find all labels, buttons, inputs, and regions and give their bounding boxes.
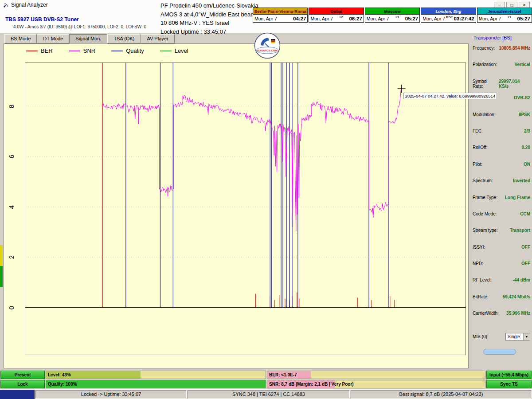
transponder-value: 29997,014 KS/s bbox=[499, 79, 530, 95]
chart-legend: BERSNRQualityLevel bbox=[26, 47, 188, 54]
transponder-label: Spectrum: bbox=[473, 178, 493, 195]
quality-bar-fill bbox=[46, 380, 266, 388]
clock-time: 04:27 bbox=[293, 16, 306, 21]
mis-label: MIS (0): bbox=[473, 334, 489, 339]
transponder-value: 59,424 Mbit/s bbox=[503, 294, 530, 311]
y-axis-label-8: 8 bbox=[8, 102, 17, 111]
transponder-label: FEC: bbox=[473, 129, 483, 145]
clock-datetime: Mon, Apr 7+105:27 bbox=[477, 15, 532, 22]
transponder-value: 35,996 MHz bbox=[506, 311, 530, 327]
panel-scrollbar-thumb[interactable] bbox=[483, 349, 516, 355]
clock-date: Mon, Apr 7 bbox=[310, 16, 333, 21]
legend-label: Quality bbox=[126, 47, 144, 54]
transponder-label: Frequency: bbox=[473, 46, 495, 62]
status-row-present: Present Level: 43% BER: <1.0E-7 Input (~… bbox=[0, 371, 532, 379]
ber-bar: BER: <1.0E-7 bbox=[267, 371, 485, 379]
chevron-down-icon[interactable]: ▼ bbox=[523, 333, 530, 340]
y-axis-label-4: 4 bbox=[8, 202, 17, 212]
lock-indicator: Lock bbox=[0, 380, 45, 388]
transponder-value: 0.20 bbox=[522, 145, 530, 161]
clock-city-label: Moscow bbox=[365, 8, 419, 15]
legend-item-snr: SNR bbox=[69, 47, 95, 54]
input-bitrate-indicator: Input (~55,4 Mbps) bbox=[486, 371, 532, 379]
cursor-tooltip: 2025-04-07 04.27.42, value: 8,6999998092… bbox=[403, 93, 497, 99]
transponder-row-modulation: Modulation:8PSK bbox=[473, 112, 530, 129]
statusbar: Locked -> Uptime: 33:45:07 SYNC 348 | TE… bbox=[0, 389, 532, 399]
clock-london-eng: London, EngMon, Apr 7DST03:27:42 bbox=[421, 8, 476, 23]
transponder-value: Vertical bbox=[514, 62, 530, 78]
legend-swatch-ber bbox=[26, 51, 38, 51]
transponder-row-pilot: Pilot:ON bbox=[473, 162, 530, 178]
clock-datetime: Mon, Apr 7+206:27 bbox=[309, 15, 363, 22]
legend-item-quality: Quality bbox=[111, 47, 144, 54]
transponder-row-rf-level: RF Level:-44 dBm bbox=[473, 278, 530, 294]
clock-datetime: Mon, Apr 704:27 bbox=[253, 15, 307, 22]
mis-select[interactable]: Single ▼ bbox=[505, 333, 530, 340]
tab-dt-mode[interactable]: DT Mode bbox=[37, 34, 69, 43]
present-indicator: Present bbox=[0, 371, 45, 379]
plot-gridlines bbox=[25, 106, 466, 308]
tab-bs-mode[interactable]: BS Mode bbox=[4, 34, 37, 43]
statusbar-best-signal: Best signal: 8,7 dB (2025-04-07 04:23) bbox=[351, 390, 532, 399]
clock-utc-offset: DST bbox=[445, 15, 454, 19]
transponder-label: NPD: bbox=[473, 261, 483, 278]
series-ber bbox=[102, 63, 395, 308]
transponder-panel: Transponder [BS] Frequency:10805,894 MHz… bbox=[470, 33, 532, 399]
header-line-uptime: Locked Uptime : 33:45:07 bbox=[160, 27, 258, 36]
legend-item-level: Level bbox=[160, 47, 188, 54]
sync-ts-indicator: Sync TS bbox=[486, 380, 532, 388]
transponder-label: CarrierWidth: bbox=[473, 311, 499, 327]
clock-city-label: Berlin-Paris-Vienna-Roma bbox=[253, 8, 307, 15]
signal-chart-panel: BERSNRQualityLevel 2025-04-07 04.27.42, … bbox=[4, 43, 469, 368]
clock-berlin-paris-vienna-roma: Berlin-Paris-Vienna-RomaMon, Apr 704:27 bbox=[253, 8, 308, 23]
transponder-row-rolloff: RollOff:0.20 bbox=[473, 145, 530, 161]
header-line-frequency: 10 806 MHz-V : YES Israel bbox=[160, 19, 258, 27]
tab-signal-mon[interactable]: Signal Mon. bbox=[69, 34, 107, 43]
clock-date: Mon, Apr 7 bbox=[254, 16, 277, 21]
transponder-rows: Frequency:10805,894 MHzPolarization:Vert… bbox=[473, 46, 530, 328]
y-axis-label-0: 0 bbox=[8, 303, 17, 313]
level-bar-text: Level: 43% bbox=[48, 371, 71, 379]
transponder-label: Modulation: bbox=[473, 112, 496, 129]
transponder-label: Pilot: bbox=[473, 162, 482, 178]
cursor-cross-icon bbox=[398, 85, 406, 93]
dxsatcs-logo: DXSATCS.COM bbox=[254, 32, 281, 59]
clock-city-label: Jerusalem-Israel bbox=[477, 8, 532, 15]
clock-date: Mon, Apr 7 bbox=[422, 16, 445, 21]
tuner-name: TBS 5927 USB DVB-S2 Tuner bbox=[5, 16, 79, 23]
snr-bar: SNR: 8,7 dB (Margin: 2,1 dB | Very Poor) bbox=[267, 380, 485, 388]
transponder-value: Inverted bbox=[513, 178, 530, 195]
clock-utc-offset: +1 bbox=[389, 15, 405, 19]
transponder-value: Transport bbox=[510, 228, 530, 244]
clock-date: Mon, Apr 7 bbox=[367, 16, 389, 21]
clock-time: 03:27:42 bbox=[454, 16, 474, 21]
plot-border bbox=[25, 63, 466, 355]
status-row-lock: Lock Quality: 100% SNR: 8,7 dB (Margin: … bbox=[0, 380, 532, 388]
transponder-value: -44 dBm bbox=[513, 278, 530, 294]
clock-dubai: DubaiMon, Apr 7+206:27 bbox=[309, 8, 364, 23]
transponder-label: RF Level: bbox=[473, 278, 492, 294]
transponder-row-code-mode: Code Mode:CCM bbox=[473, 211, 530, 228]
transponder-value: OFF bbox=[521, 261, 530, 278]
clock-city-label: London, Eng bbox=[421, 8, 475, 15]
tab-tsa-ok[interactable]: TSA (OK) bbox=[107, 34, 141, 43]
transponder-row-frequency: Frequency:10805,894 MHz bbox=[473, 46, 530, 62]
quality-bar-text: Quality: 100% bbox=[48, 380, 77, 388]
signal-plot[interactable] bbox=[25, 63, 466, 355]
transponder-row-carrierwidth: CarrierWidth:35,996 MHz bbox=[473, 311, 530, 327]
quality-bar: Quality: 100% bbox=[46, 380, 266, 388]
mis-row: MIS (0): Single ▼ bbox=[473, 333, 530, 340]
clock-jerusalem-israel: Jerusalem-IsraelMon, Apr 7+105:27 bbox=[477, 8, 532, 23]
legend-label: BER bbox=[41, 47, 53, 54]
legend-swatch-level bbox=[160, 51, 172, 51]
snr-bar-text: SNR: 8,7 dB (Margin: 2,1 dB | Very Poor) bbox=[269, 380, 354, 388]
transponder-row-bitrate: BitRate:59,424 Mbit/s bbox=[473, 294, 530, 311]
mis-selected-value: Single bbox=[508, 334, 520, 339]
transponder-row-npd: NPD:OFF bbox=[473, 261, 530, 278]
world-clocks: Berlin-Paris-Vienna-RomaMon, Apr 704:27D… bbox=[253, 8, 532, 23]
transponder-value: DVB-S2 bbox=[514, 95, 530, 112]
transponder-value: CCM bbox=[520, 211, 530, 228]
transponder-value: 10805,894 MHz bbox=[499, 46, 530, 62]
tab-av-player[interactable]: AV Player bbox=[141, 34, 174, 43]
series-snr bbox=[102, 88, 402, 231]
